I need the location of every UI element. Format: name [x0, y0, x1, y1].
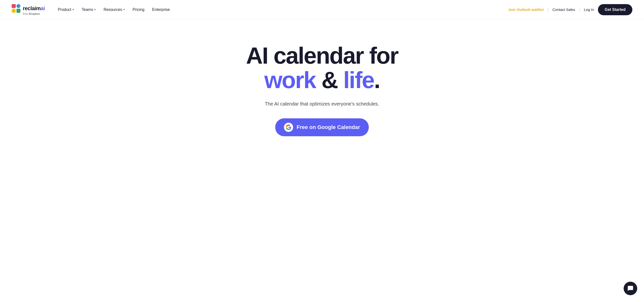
hero-headline: AI calendar for work & life. — [246, 44, 398, 92]
contact-sales-link[interactable]: Contact Sales — [552, 7, 575, 12]
nav-pricing-label: Pricing — [133, 7, 144, 12]
nav-divider-2: | — [579, 7, 580, 12]
hero-line2: work & life. — [246, 68, 398, 92]
join-waitlist-link[interactable]: Join Outlook waitlist — [508, 7, 544, 12]
google-calendar-button[interactable]: Free on Google Calendar — [275, 118, 369, 136]
google-g-icon — [286, 124, 292, 130]
nav-teams-label: Teams — [82, 7, 93, 12]
nav-divider-1: | — [548, 7, 548, 12]
nav-resources[interactable]: Resources ▾ — [100, 5, 128, 14]
hero-amp: & — [316, 67, 343, 93]
google-icon-wrap — [284, 123, 293, 132]
nav-resources-label: Resources — [104, 7, 122, 12]
logo-area[interactable]: reclaimai from Dropbox — [12, 4, 45, 15]
nav-enterprise-label: Enterprise — [152, 7, 170, 12]
hero-line1: AI calendar for — [246, 43, 398, 68]
hero-cta: Free on Google Calendar — [275, 118, 369, 136]
nav-enterprise[interactable]: Enterprise — [149, 5, 173, 14]
hero-section: AI calendar for work & life. The AI cale… — [0, 19, 644, 155]
logo-icon-sq2 — [16, 4, 20, 8]
log-in-link[interactable]: Log In — [584, 7, 594, 12]
navbar-left: reclaimai from Dropbox Product ▾ Teams ▾… — [12, 4, 173, 15]
chat-icon — [627, 285, 634, 292]
google-calendar-label: Free on Google Calendar — [296, 124, 360, 131]
navbar-right: Join Outlook waitlist | Contact Sales | … — [508, 4, 632, 15]
nav-product[interactable]: Product ▾ — [54, 5, 77, 14]
hero-period: . — [374, 67, 380, 93]
logo-icon-sq1 — [12, 4, 16, 8]
get-started-button[interactable]: Get Started — [598, 4, 632, 15]
chat-bubble[interactable] — [624, 282, 637, 295]
hero-life-word: life — [343, 67, 374, 93]
hero-work-word: work — [264, 67, 316, 93]
hero-subtitle: The AI calendar that optimizes everyone'… — [265, 101, 379, 107]
logo-mark: reclaimai — [12, 4, 45, 13]
product-chevron-icon: ▾ — [72, 8, 74, 11]
nav-teams[interactable]: Teams ▾ — [78, 5, 99, 14]
nav-links: Product ▾ Teams ▾ Resources ▾ Pricing En… — [54, 5, 173, 14]
logo-text: reclaimai — [23, 5, 45, 12]
nav-product-label: Product — [58, 7, 71, 12]
nav-pricing[interactable]: Pricing — [129, 5, 148, 14]
logo-sub: from Dropbox — [12, 12, 40, 15]
logo-icon — [12, 4, 20, 13]
navbar: reclaimai from Dropbox Product ▾ Teams ▾… — [0, 0, 644, 19]
resources-chevron-icon: ▾ — [124, 8, 125, 11]
teams-chevron-icon: ▾ — [94, 8, 96, 11]
